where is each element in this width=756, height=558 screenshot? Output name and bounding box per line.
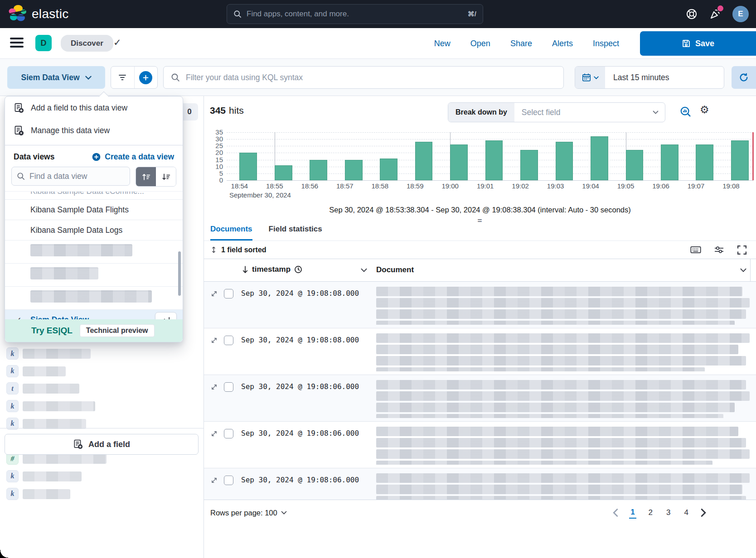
document-grid: Sep 30, 2024 @ 19:08:08.000Sep 30, 2024 … <box>204 282 756 500</box>
add-field-button[interactable]: Add a field <box>5 434 199 455</box>
field-list-item[interactable]: k <box>0 486 204 503</box>
search-shortcut-hint: ⌘/ <box>468 10 476 18</box>
row-checkbox[interactable] <box>224 382 233 392</box>
create-data-view-link[interactable]: Create a data view <box>92 152 174 162</box>
page-3[interactable]: 3 <box>665 507 672 518</box>
document-column-menu-icon[interactable] <box>740 268 746 272</box>
rows-per-page-button[interactable]: Rows per page: 100 <box>210 509 287 517</box>
data-view-picker-button[interactable]: Siem Data View <box>7 66 105 89</box>
histogram-bar[interactable] <box>275 165 292 180</box>
sort-ascending-button[interactable] <box>136 167 156 186</box>
data-view-option[interactable]: Kibana Sample Data Flights <box>5 200 183 220</box>
field-type-badge-t: t <box>6 382 19 394</box>
histogram-bar[interactable] <box>345 160 363 180</box>
field-list-item[interactable]: k <box>0 415 204 433</box>
fullscreen-icon[interactable] <box>737 245 747 255</box>
expand-document-icon[interactable] <box>211 477 218 484</box>
chart-plot-area[interactable] <box>227 132 753 181</box>
breadcrumb-discover[interactable]: Discover <box>61 35 113 52</box>
column-header-timestamp[interactable]: timestamp <box>242 265 302 274</box>
help-lifebuoy-icon[interactable] <box>685 8 698 20</box>
save-button[interactable]: Save <box>640 31 756 56</box>
data-view-option-clipped[interactable]: Kibana Sample Data eComme... <box>5 192 183 200</box>
chevron-down-icon <box>594 76 599 79</box>
filter-icon[interactable] <box>111 67 135 88</box>
row-checkbox[interactable] <box>224 429 233 438</box>
histogram-bar[interactable] <box>485 140 503 180</box>
histogram-bar[interactable] <box>591 136 608 180</box>
histogram-bar[interactable] <box>239 153 257 180</box>
expand-document-icon[interactable] <box>211 290 218 297</box>
row-checkbox[interactable] <box>224 289 233 298</box>
display-options-icon[interactable] <box>714 245 724 254</box>
data-view-option-redacted[interactable] <box>5 267 183 287</box>
enter-key-button[interactable] <box>155 312 177 319</box>
sort-descending-button[interactable] <box>156 167 176 186</box>
kql-query-input[interactable]: Filter your data using KQL syntax <box>163 66 564 89</box>
field-list-item[interactable]: t <box>0 380 204 397</box>
expand-document-icon[interactable] <box>211 430 218 437</box>
newsfeed-party-icon[interactable] <box>709 8 722 20</box>
manage-data-view-option[interactable]: Manage this data view <box>5 119 183 142</box>
next-page-icon[interactable] <box>701 509 706 517</box>
data-view-option-redacted[interactable] <box>5 244 183 264</box>
menu-hamburger-icon[interactable] <box>10 38 24 49</box>
date-picker-button[interactable] <box>575 67 605 88</box>
histogram-bar[interactable] <box>310 160 327 180</box>
try-esql-label: Try ES|QL <box>31 326 73 336</box>
histogram-bar[interactable] <box>380 159 397 180</box>
row-checkbox[interactable] <box>224 336 233 345</box>
add-filter-button[interactable] <box>135 67 158 88</box>
kql-placeholder: Filter your data using KQL syntax <box>186 73 303 82</box>
page-2[interactable]: 2 <box>647 507 654 518</box>
tab-field-statistics[interactable]: Field statistics <box>269 222 322 241</box>
histogram-bar[interactable] <box>556 142 573 180</box>
histogram-bar[interactable] <box>415 142 433 180</box>
histogram-bar[interactable] <box>626 150 644 180</box>
expand-document-icon[interactable] <box>211 384 218 390</box>
find-data-view-input[interactable]: Find a data view <box>11 167 130 186</box>
menu-inspect[interactable]: Inspect <box>593 39 619 48</box>
page-4[interactable]: 4 <box>683 507 690 518</box>
histogram-bar[interactable] <box>696 144 713 180</box>
tab-documents[interactable]: Documents <box>210 222 252 241</box>
global-search-input[interactable]: Find apps, content, and more. ⌘/ <box>227 4 483 24</box>
row-checkbox[interactable] <box>224 476 233 485</box>
timestamp-column-menu-icon[interactable] <box>361 268 367 272</box>
gear-icon[interactable]: ⚙ <box>700 105 709 115</box>
data-view-option-redacted[interactable] <box>5 290 183 310</box>
discover-app-badge[interactable]: D <box>35 35 52 51</box>
try-esql-option[interactable]: Try ES|QL Technical preview <box>5 319 183 342</box>
breakdown-select[interactable]: Select field <box>514 103 653 122</box>
menu-open[interactable]: Open <box>470 39 490 48</box>
x-tick-label: 18:56 <box>301 182 319 190</box>
redacted-field-name <box>23 384 79 394</box>
histogram-bar[interactable] <box>520 150 538 180</box>
page-1[interactable]: 1 <box>629 507 636 519</box>
field-list-item[interactable]: k <box>0 345 204 362</box>
menu-share[interactable]: Share <box>510 39 532 48</box>
time-range-value[interactable]: Last 15 minutes <box>605 67 724 88</box>
chevron-down-icon <box>653 103 665 122</box>
data-view-option[interactable]: Kibana Sample Data Logs <box>5 220 183 241</box>
scrollbar-thumb[interactable] <box>178 251 181 296</box>
histogram-bar[interactable] <box>450 144 468 180</box>
menu-alerts[interactable]: Alerts <box>552 39 573 48</box>
edit-visualization-lens-icon[interactable] <box>680 106 691 117</box>
previous-page-icon[interactable] <box>613 509 618 517</box>
histogram-bar[interactable] <box>731 140 749 180</box>
sorted-fields-label[interactable]: 1 field sorted <box>221 246 267 254</box>
field-list-item[interactable]: k <box>0 468 204 485</box>
keyboard-shortcuts-icon[interactable] <box>690 245 701 254</box>
field-list-item[interactable]: k <box>0 398 204 415</box>
elastic-logo[interactable]: elastic <box>8 5 68 24</box>
field-list-item[interactable]: k <box>0 363 204 380</box>
column-header-document[interactable]: Document <box>376 265 414 274</box>
data-view-option-selected[interactable]: ✓Siem Data View <box>5 310 183 319</box>
user-avatar[interactable]: E <box>732 6 749 22</box>
refresh-button[interactable] <box>732 66 756 89</box>
menu-new[interactable]: New <box>434 39 451 48</box>
expand-document-icon[interactable] <box>211 337 218 344</box>
histogram-bar[interactable] <box>661 144 678 180</box>
add-field-to-data-view-option[interactable]: Add a field to this data view <box>5 96 183 119</box>
